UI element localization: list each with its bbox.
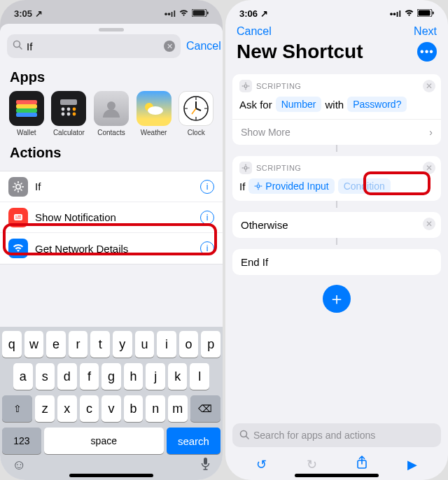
key-s[interactable]: s (36, 363, 55, 390)
svg-point-13 (67, 113, 71, 116)
close-icon[interactable]: ✕ (423, 218, 435, 230)
shift-key[interactable]: ⇧ (2, 395, 32, 422)
key-b[interactable]: b (124, 395, 144, 422)
page-title: New Shortcut (237, 41, 363, 63)
number-key[interactable]: 123 (2, 428, 41, 454)
clear-icon[interactable]: ✕ (164, 41, 175, 52)
next-button[interactable]: Next (414, 25, 437, 38)
svg-rect-40 (204, 458, 207, 465)
redo-button[interactable]: ↻ (307, 457, 317, 472)
search-icon (239, 430, 249, 442)
actions-header: Actions (0, 139, 223, 167)
more-button[interactable]: ••• (417, 42, 437, 62)
app-weather[interactable]: Weather (136, 91, 172, 136)
key-g[interactable]: g (102, 363, 121, 390)
key-o[interactable]: o (179, 331, 199, 358)
app-contacts[interactable]: Contacts (93, 91, 130, 136)
add-action-button[interactable]: ＋ (323, 285, 351, 313)
key-p[interactable]: p (201, 331, 220, 358)
info-icon[interactable]: i (200, 211, 214, 225)
svg-line-35 (21, 183, 22, 184)
share-button[interactable] (356, 456, 368, 473)
key-l[interactable]: l (190, 363, 209, 390)
key-u[interactable]: u (135, 331, 155, 358)
key-h[interactable]: h (124, 363, 144, 390)
cancel-button[interactable]: Cancel (237, 25, 272, 38)
action-get-network[interactable]: Get Network Details i (0, 233, 223, 264)
search-box[interactable]: ✕ (7, 34, 181, 58)
show-more-row[interactable]: Show More › (232, 119, 441, 145)
status-right: ••ıl (390, 8, 434, 19)
key-k[interactable]: k (168, 363, 188, 390)
ask-type-token[interactable]: Number (276, 97, 322, 112)
search-key[interactable]: search (167, 428, 220, 454)
apps-row: Wallet Calculator Contacts (0, 91, 223, 139)
key-d[interactable]: d (57, 363, 77, 390)
space-key[interactable]: space (44, 428, 164, 454)
key-a[interactable]: a (13, 363, 33, 390)
if-input-token[interactable]: Provided Input (248, 178, 334, 194)
key-y[interactable]: y (113, 331, 132, 358)
wifi-icon (404, 8, 414, 19)
if-condition-token[interactable]: Condition (338, 178, 391, 194)
sheet-grabber[interactable] (99, 28, 124, 31)
key-m[interactable]: m (168, 395, 188, 422)
info-icon[interactable]: i (200, 241, 214, 255)
ask-prompt-token[interactable]: Password? (347, 97, 407, 112)
action-show-notification[interactable]: Show Notification i (0, 202, 223, 233)
svg-line-62 (246, 436, 249, 439)
key-v[interactable]: v (102, 395, 121, 422)
key-n[interactable]: n (146, 395, 165, 422)
endif-card[interactable]: End If (232, 249, 441, 275)
actions-list: If i Show Notification i Get Network Det… (0, 171, 223, 264)
key-j[interactable]: j (146, 363, 165, 390)
ask-for-input-card[interactable]: ✕ SCRIPTING Ask for Number with Password… (232, 74, 441, 145)
key-t[interactable]: t (90, 331, 110, 358)
key-r[interactable]: r (69, 331, 88, 358)
close-icon[interactable]: ✕ (423, 162, 435, 174)
if-card[interactable]: ✕ SCRIPTING If Provided Input Condition (232, 156, 441, 201)
app-clock[interactable]: Clock (178, 91, 214, 136)
info-icon[interactable]: i (200, 180, 214, 194)
key-x[interactable]: x (57, 395, 77, 422)
location-icon: ↗ (260, 8, 268, 19)
bottom-search[interactable]: Search for apps and actions (232, 423, 441, 447)
signal-icon: ••ıl (390, 8, 401, 19)
svg-point-16 (107, 101, 115, 110)
key-c[interactable]: c (80, 395, 99, 422)
home-indicator[interactable] (69, 474, 153, 477)
app-wallet[interactable]: Wallet (8, 91, 45, 136)
home-indicator[interactable] (295, 474, 379, 477)
key-z[interactable]: z (35, 395, 55, 422)
emoji-key[interactable]: ☺ (12, 457, 26, 474)
action-if[interactable]: If i (0, 171, 223, 202)
otherwise-card[interactable]: ✕ Otherwise (232, 212, 441, 238)
app-calculator[interactable]: Calculator (51, 91, 88, 136)
key-q[interactable]: q (2, 331, 22, 358)
svg-line-33 (21, 189, 22, 190)
cancel-button[interactable]: Cancel (186, 40, 221, 52)
status-bar: 3:06 ↗ ••ıl (225, 0, 448, 24)
search-actions-screen: 3:05 ↗ ••ıl ✕ (0, 0, 223, 480)
wifi-icon (8, 239, 28, 258)
svg-rect-45 (433, 11, 434, 14)
search-icon (13, 40, 22, 52)
key-w[interactable]: w (24, 331, 44, 358)
undo-button[interactable]: ↺ (256, 457, 267, 472)
backspace-key[interactable]: ⌫ (190, 395, 220, 422)
mic-key[interactable] (200, 457, 211, 474)
svg-rect-5 (16, 100, 37, 104)
svg-point-10 (62, 108, 65, 111)
key-f[interactable]: f (80, 363, 99, 390)
run-button[interactable]: ▶ (407, 457, 417, 472)
svg-rect-7 (16, 108, 37, 113)
svg-point-11 (67, 108, 71, 111)
svg-rect-8 (16, 113, 37, 117)
close-icon[interactable]: ✕ (423, 80, 435, 92)
key-e[interactable]: e (46, 331, 66, 358)
search-input[interactable] (27, 41, 160, 52)
svg-point-56 (257, 185, 260, 188)
key-i[interactable]: i (157, 331, 176, 358)
shortcut-editor-screen: 3:06 ↗ ••ıl Cancel Next New Shortcut •••… (225, 0, 448, 480)
gear-icon (239, 162, 252, 174)
